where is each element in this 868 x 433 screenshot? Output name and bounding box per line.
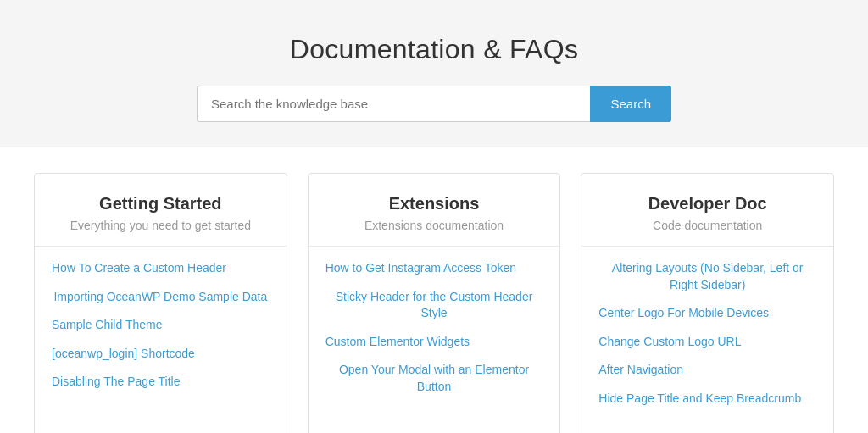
card-header-developer-doc: Developer DocCode documentation bbox=[581, 174, 833, 247]
card-header-extensions: ExtensionsExtensions documentation bbox=[309, 174, 560, 247]
card-developer-doc: Developer DocCode documentationAltering … bbox=[581, 173, 834, 433]
hero-section: Documentation & FAQs Search bbox=[0, 0, 868, 147]
list-item: [oceanwp_login] Shortcode bbox=[52, 346, 270, 363]
card-subtitle-getting-started: Everything you need to get started bbox=[52, 219, 270, 232]
list-item: Importing OceanWP Demo Sample Data bbox=[52, 289, 270, 306]
card-links-getting-started: How To Create a Custom HeaderImporting O… bbox=[35, 247, 287, 391]
list-item: Disabling The Page Title bbox=[52, 374, 270, 391]
card-link[interactable]: Center Logo For Mobile Devices bbox=[598, 305, 816, 322]
card-link[interactable]: How To Create a Custom Header bbox=[52, 260, 270, 277]
card-title-developer-doc: Developer Doc bbox=[598, 194, 816, 214]
list-item: Sticky Header for the Custom Header Styl… bbox=[326, 289, 543, 322]
list-item: Hide Page Title and Keep Breadcrumb bbox=[598, 391, 816, 408]
card-links-extensions: How to Get Instagram Access TokenSticky … bbox=[309, 247, 560, 396]
card-title-extensions: Extensions bbox=[326, 194, 543, 214]
card-link[interactable]: Hide Page Title and Keep Breadcrumb bbox=[598, 391, 816, 408]
search-input[interactable] bbox=[197, 86, 590, 122]
list-item: Altering Layouts (No Sidebar, Left or Ri… bbox=[598, 260, 816, 293]
search-button[interactable]: Search bbox=[590, 86, 671, 122]
list-item: How To Create a Custom Header bbox=[52, 260, 270, 277]
list-item: How to Get Instagram Access Token bbox=[326, 260, 543, 277]
card-link[interactable]: Disabling The Page Title bbox=[52, 374, 270, 391]
card-link[interactable]: Open Your Modal with an Elementor Button bbox=[326, 362, 543, 395]
card-link[interactable]: Sticky Header for the Custom Header Styl… bbox=[326, 289, 543, 322]
card-link[interactable]: Custom Elementor Widgets bbox=[326, 334, 543, 351]
cards-container: Getting StartedEverything you need to ge… bbox=[34, 173, 834, 433]
search-bar: Search bbox=[197, 86, 671, 122]
list-item: Sample Child Theme bbox=[52, 317, 270, 334]
card-link[interactable]: After Navigation bbox=[598, 362, 816, 379]
cards-section: Getting StartedEverything you need to ge… bbox=[0, 147, 868, 433]
card-header-getting-started: Getting StartedEverything you need to ge… bbox=[35, 174, 287, 247]
card-link[interactable]: Sample Child Theme bbox=[52, 317, 270, 334]
card-title-getting-started: Getting Started bbox=[52, 194, 270, 214]
card-getting-started: Getting StartedEverything you need to ge… bbox=[34, 173, 287, 433]
list-item: After Navigation bbox=[598, 362, 816, 379]
list-item: Open Your Modal with an Elementor Button bbox=[326, 362, 543, 395]
card-subtitle-extensions: Extensions documentation bbox=[326, 219, 543, 232]
card-link[interactable]: Altering Layouts (No Sidebar, Left or Ri… bbox=[598, 260, 816, 293]
list-item: Center Logo For Mobile Devices bbox=[598, 305, 816, 322]
card-link[interactable]: How to Get Instagram Access Token bbox=[326, 260, 543, 277]
list-item: Custom Elementor Widgets bbox=[326, 334, 543, 351]
list-item: Change Custom Logo URL bbox=[598, 334, 816, 351]
card-extensions: ExtensionsExtensions documentationHow to… bbox=[308, 173, 561, 433]
page-title: Documentation & FAQs bbox=[17, 34, 851, 65]
card-link[interactable]: [oceanwp_login] Shortcode bbox=[52, 346, 270, 363]
card-link[interactable]: Change Custom Logo URL bbox=[598, 334, 816, 351]
card-subtitle-developer-doc: Code documentation bbox=[598, 219, 816, 232]
card-links-developer-doc: Altering Layouts (No Sidebar, Left or Ri… bbox=[581, 247, 833, 408]
card-link[interactable]: Importing OceanWP Demo Sample Data bbox=[52, 289, 270, 306]
